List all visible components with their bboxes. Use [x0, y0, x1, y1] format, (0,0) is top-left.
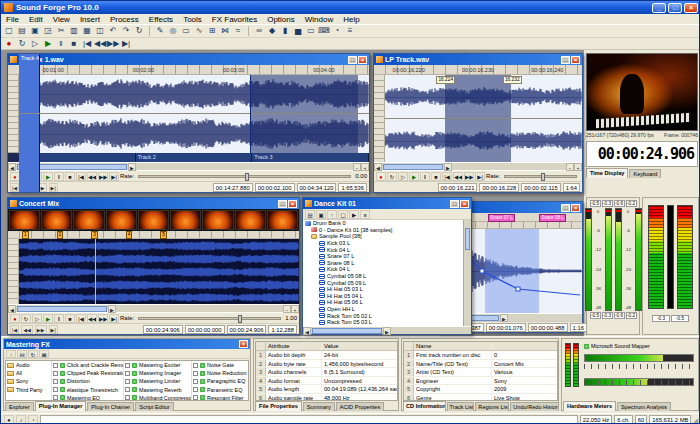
record-icon[interactable]: ●	[10, 314, 20, 323]
maximize-button[interactable]: □	[668, 3, 682, 13]
menu-item[interactable]: Options	[262, 14, 300, 25]
table-row[interactable]: 4 Audio format Uncompressed	[256, 377, 397, 386]
nav-icon[interactable]: ▶|	[49, 325, 58, 334]
record-remote-icon[interactable]: ●	[4, 415, 14, 424]
folder-up-icon[interactable]: ↑	[6, 350, 16, 358]
column-header[interactable]	[492, 342, 557, 350]
save-icon[interactable]: ▣	[29, 25, 41, 37]
pause-icon[interactable]: ‖	[54, 314, 64, 323]
close-button[interactable]: ×	[684, 3, 698, 13]
tree-item-sample[interactable]: Kick 04 L	[303, 266, 471, 273]
plugin-checkbox[interactable]	[125, 371, 130, 376]
window-close-icon[interactable]: ×	[571, 204, 580, 212]
zoom-in-icon[interactable]: +	[574, 163, 582, 171]
go-to-end-icon[interactable]: ▶|	[109, 314, 119, 323]
plugin-item[interactable]: Clipped Peak Restoration	[52, 369, 123, 377]
rate-slider[interactable]	[504, 175, 577, 178]
window-close-icon[interactable]: ×	[288, 200, 297, 208]
menu-item[interactable]: File	[1, 14, 24, 25]
go-to-end-icon[interactable]: ▶|	[475, 172, 485, 181]
tree-item-sample[interactable]: Hi Hat 05 06 L	[303, 299, 471, 306]
midi-icon[interactable]: ♪	[16, 415, 26, 424]
table-row[interactable]: 6 Genre Live Show	[404, 394, 557, 402]
concert-titlebar[interactable]: Concert Mix □×	[8, 198, 299, 209]
dancekit-titlebar[interactable]: Dance Kit 01 □×	[303, 198, 471, 209]
plugin-item[interactable]: Distortion	[52, 377, 123, 385]
clock-icon[interactable]: ◔	[28, 415, 38, 424]
menu-item[interactable]: Help	[338, 14, 364, 25]
tree-item-sample[interactable]: Hi Hat 05 04 L	[303, 293, 471, 300]
plugin-checkbox[interactable]	[53, 371, 58, 376]
scroll-left-icon[interactable]: ◀	[8, 163, 16, 171]
menu-item[interactable]: View	[48, 14, 75, 25]
table-row[interactable]: 4 Engineer Sony	[404, 377, 557, 386]
window-close-icon[interactable]: ×	[571, 56, 580, 64]
plugin-checkbox[interactable]	[53, 363, 58, 368]
plugin-checkbox[interactable]	[53, 379, 58, 384]
cut-icon[interactable]: ✂	[55, 25, 67, 37]
marker-tag[interactable]: 5	[160, 231, 167, 239]
tab[interactable]: Script Editor	[135, 402, 173, 411]
undo-icon[interactable]: ↶	[107, 25, 119, 37]
zoom-in-icon[interactable]: +	[291, 305, 299, 313]
scroll-left-icon[interactable]: ◀	[303, 327, 311, 335]
tree-item-sample[interactable]: Open HH L	[303, 306, 471, 313]
go-to-start-icon[interactable]: |◀	[442, 172, 452, 181]
rewind-icon[interactable]: ◀◀	[87, 314, 97, 323]
menu-item[interactable]: Effects	[144, 14, 178, 25]
tree-item-sample[interactable]: Rack Tom 05 03 L	[303, 319, 471, 326]
tab[interactable]: CD Information	[403, 401, 446, 411]
views-icon[interactable]: ▦	[39, 350, 49, 358]
tab[interactable]: Time Display	[586, 168, 628, 178]
properties-icon[interactable]: ≡	[360, 210, 370, 219]
tree-item-sample[interactable]: Hi Hat 05 03 L	[303, 286, 471, 293]
table-row[interactable]: 5 Copyright 2009	[404, 385, 557, 394]
refresh-icon[interactable]: ↻	[28, 350, 38, 358]
plugin-chainer-icon[interactable]: ∞	[253, 25, 265, 37]
rewind-icon[interactable]: ◀◀	[94, 38, 106, 50]
menu-item[interactable]: Tools	[178, 14, 207, 25]
window-maximize-icon[interactable]: □	[450, 200, 459, 208]
go-to-end-icon[interactable]: ▶|	[109, 172, 119, 181]
open-icon[interactable]: ▤	[305, 210, 315, 219]
selection-region[interactable]	[250, 75, 358, 153]
forward-icon[interactable]: ▶▶	[107, 38, 119, 50]
edit-tool-icon[interactable]: ✎	[154, 25, 166, 37]
nav-icon[interactable]: |◀	[10, 183, 19, 192]
play-all-icon[interactable]: ▷	[29, 38, 41, 50]
go-to-start-icon[interactable]: |◀	[76, 314, 86, 323]
menu-item[interactable]: FX Favorites	[207, 14, 262, 25]
play-icon[interactable]: ▶	[43, 172, 53, 181]
dancekit-hscrollbar[interactable]: ◀ ▶	[303, 326, 471, 334]
plugin-checkbox[interactable]	[193, 387, 198, 392]
plugin-checkbox[interactable]	[125, 387, 130, 392]
rate-slider[interactable]	[138, 317, 281, 320]
tree-item-sample[interactable]: Cymbal 05 08 L	[303, 273, 471, 280]
zoom-out-icon[interactable]: −	[283, 305, 291, 313]
tab[interactable]: File Properties	[255, 401, 302, 411]
resize-grip[interactable]: ◢	[693, 416, 698, 423]
plugin-checkbox[interactable]	[125, 379, 130, 384]
new-bank-icon[interactable]: ▢	[338, 210, 348, 219]
plugin-item[interactable]: Parametric EQ	[192, 386, 248, 394]
plugin-item[interactable]: Noise Reduction	[192, 369, 248, 377]
plugin-item[interactable]: Noise Gate	[192, 361, 248, 369]
table-row[interactable]: 3 Artist (CD Text) Various	[404, 368, 557, 377]
concert-hscrollbar[interactable]: ◀ ▶ − +	[8, 304, 299, 312]
plugin-manager-icon[interactable]: ◆	[266, 25, 278, 37]
lptrack-titlebar[interactable]: LP Track.wav □×	[374, 54, 582, 65]
dancekit-vscrollbar[interactable]	[463, 220, 471, 326]
tree-item-sample[interactable]: Snare 07 L	[303, 253, 471, 260]
plugin-item[interactable]: Paragraphic EQ	[192, 377, 248, 385]
stop-icon[interactable]: ■	[68, 38, 80, 50]
redo-icon[interactable]: ↷	[120, 25, 132, 37]
mixer-icon[interactable]: ≡	[344, 25, 356, 37]
pause-icon[interactable]: ‖	[55, 38, 67, 50]
forward-icon[interactable]: ▶▶	[98, 314, 108, 323]
rate-slider[interactable]	[138, 175, 351, 178]
track-region[interactable]: Track 2	[136, 153, 253, 162]
plugin-item[interactable]: Mastering Exciter	[124, 361, 191, 369]
plugin-checkbox[interactable]	[125, 395, 130, 400]
marker-tag[interactable]: 2	[57, 231, 64, 239]
tree-item-sample[interactable]: Kick 03 L	[303, 240, 471, 247]
